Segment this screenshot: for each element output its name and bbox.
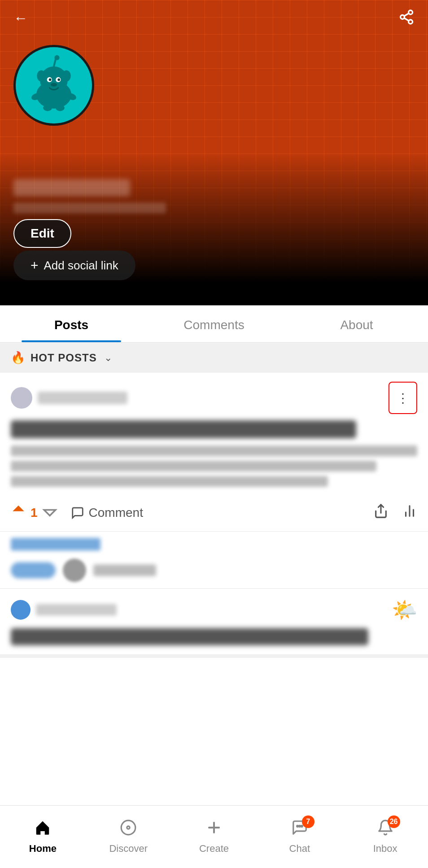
post-action-row: 1 Comment bbox=[11, 496, 417, 531]
more-options-button[interactable]: ⋮ bbox=[389, 382, 417, 414]
chevron-down-icon: ⌄ bbox=[104, 352, 112, 364]
nav-chat-label: Chat bbox=[289, 843, 310, 855]
post-card-2: 🌤️ bbox=[0, 589, 428, 658]
plus-icon: + bbox=[31, 258, 39, 273]
post-preview-section bbox=[0, 532, 428, 589]
share-button[interactable] bbox=[398, 9, 415, 27]
post-meta bbox=[38, 392, 127, 404]
svg-point-15 bbox=[54, 55, 59, 60]
profile-info bbox=[13, 179, 166, 213]
back-button[interactable]: ← bbox=[13, 11, 28, 25]
nav-inbox[interactable]: 26 Inbox bbox=[342, 819, 428, 855]
profile-banner: ← bbox=[0, 0, 428, 305]
username-display bbox=[13, 179, 130, 196]
preview-user-name bbox=[93, 564, 156, 576]
add-social-link-button[interactable]: + Add social link bbox=[13, 251, 135, 280]
post-share-button[interactable] bbox=[373, 503, 389, 522]
preview-link bbox=[11, 538, 100, 551]
svg-line-3 bbox=[404, 18, 409, 21]
inbox-badge: 26 bbox=[388, 815, 400, 828]
svg-point-12 bbox=[57, 79, 60, 81]
post2-user-avatar bbox=[11, 600, 31, 620]
chat-icon: 7 bbox=[291, 819, 308, 840]
banner-top-bar: ← bbox=[0, 0, 428, 36]
svg-point-19 bbox=[56, 105, 65, 111]
create-icon bbox=[205, 819, 223, 840]
more-dots-icon: ⋮ bbox=[397, 391, 409, 405]
nav-discover-label: Discover bbox=[109, 843, 148, 855]
tab-comments[interactable]: Comments bbox=[143, 305, 285, 342]
post2-title bbox=[11, 628, 368, 645]
svg-point-28 bbox=[297, 825, 298, 827]
bottom-spacer bbox=[0, 658, 428, 730]
filter-label: HOT POSTS bbox=[31, 352, 97, 364]
post-header: ⋮ bbox=[11, 382, 417, 414]
preview-user-avatar bbox=[63, 559, 86, 582]
svg-point-30 bbox=[301, 825, 302, 827]
discover-icon bbox=[120, 819, 137, 840]
svg-point-8 bbox=[62, 70, 71, 81]
svg-line-4 bbox=[404, 13, 409, 16]
downvote-button[interactable] bbox=[42, 503, 57, 522]
add-social-label: Add social link bbox=[44, 259, 118, 273]
chat-badge: 7 bbox=[302, 815, 314, 828]
flame-icon: 🔥 bbox=[11, 351, 25, 365]
post-user-avatar bbox=[11, 387, 32, 409]
post-title bbox=[11, 420, 356, 438]
vote-count: 1 bbox=[31, 506, 38, 520]
post-card-1: ⋮ 1 Comment bbox=[0, 373, 428, 532]
upvote-button[interactable] bbox=[11, 503, 26, 522]
nav-home[interactable]: Home bbox=[0, 819, 86, 855]
tab-posts[interactable]: Posts bbox=[0, 305, 143, 342]
post2-header: 🌤️ bbox=[11, 598, 417, 622]
nav-create-label: Create bbox=[199, 843, 229, 855]
svg-point-11 bbox=[49, 79, 52, 81]
avatar bbox=[13, 45, 94, 126]
post-body-line-2 bbox=[11, 461, 376, 471]
post-body-line-3 bbox=[11, 476, 328, 487]
nav-inbox-label: Inbox bbox=[373, 843, 397, 855]
post-body-line-1 bbox=[11, 445, 417, 456]
svg-point-13 bbox=[51, 83, 57, 86]
post2-meta bbox=[36, 604, 117, 616]
home-icon bbox=[34, 819, 51, 840]
svg-point-25 bbox=[127, 826, 130, 829]
svg-line-14 bbox=[54, 59, 56, 66]
post-stats-button[interactable] bbox=[402, 503, 417, 522]
nav-create[interactable]: Create bbox=[171, 819, 257, 855]
nav-chat[interactable]: 7 Chat bbox=[257, 819, 342, 855]
weather-icon: 🌤️ bbox=[392, 598, 417, 622]
svg-point-24 bbox=[121, 820, 135, 835]
preview-row bbox=[11, 559, 417, 582]
profile-tabs: Posts Comments About bbox=[0, 305, 428, 343]
post-user-row bbox=[11, 387, 127, 409]
edit-button[interactable]: Edit bbox=[13, 219, 71, 248]
comment-button[interactable]: Comment bbox=[71, 506, 143, 520]
svg-point-18 bbox=[43, 105, 52, 111]
svg-point-29 bbox=[299, 825, 300, 827]
filter-row: 🔥 HOT POSTS ⌄ bbox=[0, 343, 428, 373]
inbox-icon: 26 bbox=[377, 819, 394, 840]
comment-label: Comment bbox=[89, 506, 143, 520]
nav-discover[interactable]: Discover bbox=[86, 819, 171, 855]
tab-about[interactable]: About bbox=[285, 305, 428, 342]
bottom-navigation: Home Discover Create 7 Chat bbox=[0, 805, 428, 868]
svg-point-7 bbox=[37, 70, 46, 81]
preview-tag bbox=[11, 562, 56, 578]
post2-user-info bbox=[11, 600, 117, 620]
avatar-container bbox=[13, 45, 94, 126]
profile-subinfo bbox=[13, 203, 166, 213]
nav-home-label: Home bbox=[29, 843, 57, 855]
